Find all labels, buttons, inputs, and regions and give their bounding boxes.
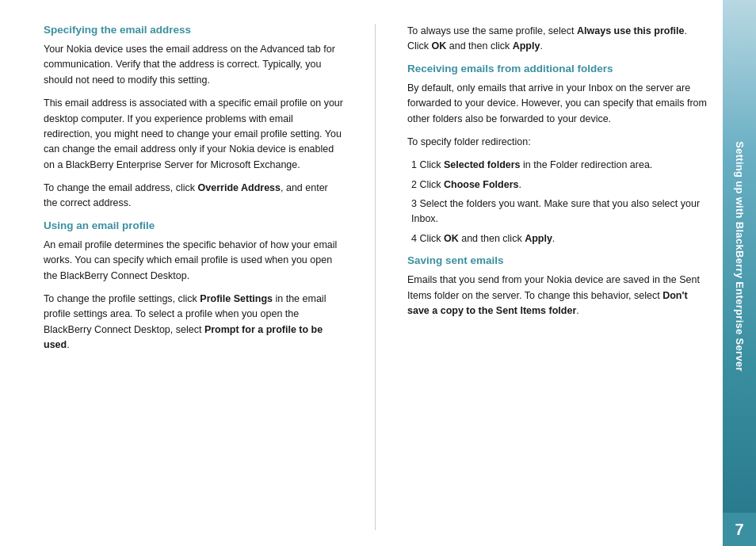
folder-redirection-steps: 1 Click Selected folders in the Folder r… (407, 158, 707, 246)
section-heading-profile: Using an email profile (44, 220, 343, 231)
section-heading-specifying: Specifying the email address (44, 24, 343, 36)
choose-folders-bold: Choose Folders (444, 179, 518, 190)
section-heading-receiving: Receiving emails from additional folders (407, 63, 707, 74)
step-4: 4 Click OK and then click Apply. (407, 231, 707, 246)
para-nokia-device: Your Nokia device uses the email address… (44, 42, 343, 88)
column-divider (375, 24, 376, 530)
section-saving-sent: Saving sent emails Emails that you send … (407, 254, 707, 319)
page-number: 7 (735, 521, 743, 539)
apply-bold-1: Apply (513, 40, 540, 52)
page-container: Specifying the email address Your Nokia … (0, 0, 756, 546)
right-sidebar: Setting up with BlackBerry Enterprise Se… (723, 0, 756, 513)
ok-bold-2: OK (444, 233, 459, 244)
override-address-bold: Override Address (198, 182, 281, 193)
section-heading-saving: Saving sent emails (407, 254, 707, 266)
para-by-default-emails: By default, only emails that arrive in y… (407, 81, 707, 127)
right-panel: Setting up with BlackBerry Enterprise Se… (723, 0, 756, 546)
para-saving-sent-emails: Emails that you send from your Nokia dev… (407, 273, 707, 319)
dont-save-bold: Don't save a copy to the Sent Items fold… (407, 290, 688, 316)
left-column: Specifying the email address Your Nokia … (44, 24, 355, 530)
section-email-profile: Using an email profile An email profile … (44, 220, 343, 353)
page-number-box: 7 (723, 513, 756, 546)
para-email-profile-determines: An email profile determines the specific… (44, 238, 343, 284)
para-change-profile-settings: To change the profile settings, click Pr… (44, 292, 343, 353)
para-always-use-profile: To always use the same profile, select A… (407, 24, 707, 55)
ok-bold-1: OK (432, 40, 447, 52)
selected-folders-bold: Selected folders (444, 159, 521, 170)
sidebar-label: Setting up with BlackBerry Enterprise Se… (734, 141, 746, 372)
step-2: 2 Click Choose Folders. (407, 178, 707, 193)
para-change-email: To change the email address, click Overr… (44, 181, 343, 212)
main-content: Specifying the email address Your Nokia … (0, 0, 723, 546)
step-3: 3 Select the folders you want. Make sure… (407, 197, 707, 227)
step-1: 1 Click Selected folders in the Folder r… (407, 158, 707, 173)
right-column: To always use the same profile, select A… (395, 24, 707, 530)
prompt-profile-bold: Prompt for a profile to be used (44, 324, 323, 350)
section-specifying-email: Specifying the email address Your Nokia … (44, 24, 343, 212)
para-specify-folder: To specify folder redirection: (407, 135, 707, 150)
profile-settings-bold: Profile Settings (200, 293, 273, 304)
section-receiving-emails: Receiving emails from additional folders… (407, 63, 707, 246)
always-use-bold: Always use this profile (577, 25, 684, 36)
apply-bold-2: Apply (525, 233, 552, 244)
para-email-address-associated: This email address is associated with a … (44, 96, 343, 173)
